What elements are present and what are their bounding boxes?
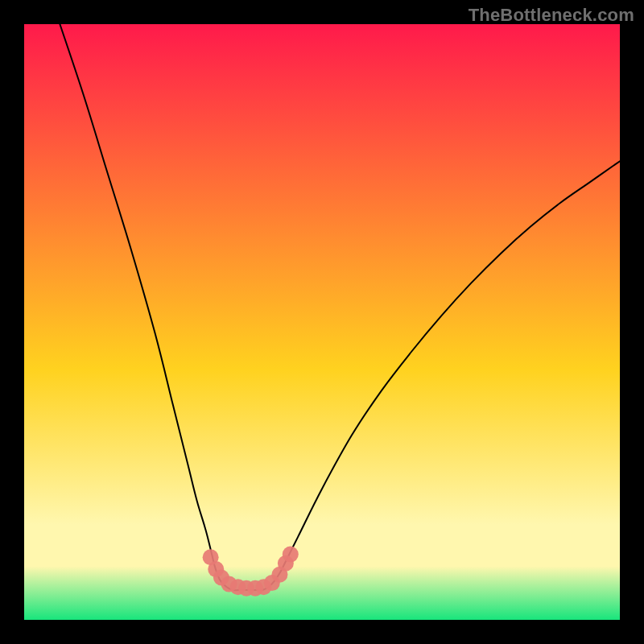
plot-area <box>24 24 620 620</box>
highlight-dot <box>283 547 299 563</box>
chart-frame: TheBottleneck.com <box>0 0 644 644</box>
watermark-text: TheBottleneck.com <box>469 5 634 26</box>
gradient-background <box>24 24 620 620</box>
chart-svg <box>24 24 620 620</box>
